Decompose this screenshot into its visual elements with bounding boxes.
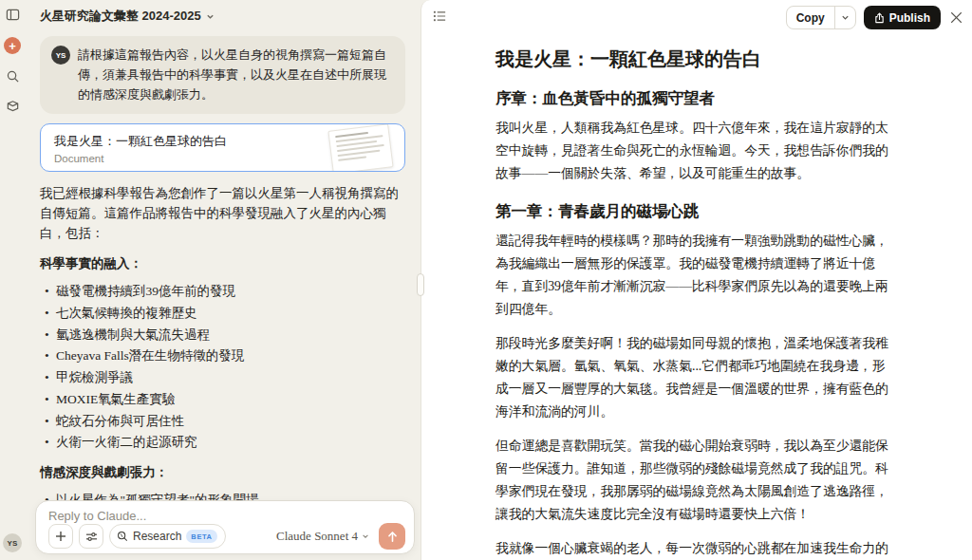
document-title: 我是火星：一顆紅色星球的告白	[495, 47, 898, 72]
sidebar-rail: + YS	[0, 0, 25, 560]
publish-label: Publish	[889, 11, 930, 25]
send-button[interactable]	[379, 523, 405, 550]
document-viewport[interactable]: 我是火星：一顆紅色星球的告白 序章：血色黃昏中的孤獨守望者 我叫火星，人類稱我為…	[421, 31, 972, 560]
list-item: 甲烷檢測爭議	[40, 368, 405, 387]
copy-options-button[interactable]	[834, 7, 855, 28]
document-sections: 序章：血色黃昏中的孤獨守望者 我叫火星，人類稱我為紅色星球。四十六億年來，我在這…	[495, 88, 898, 560]
outline-list-icon[interactable]	[433, 9, 447, 27]
message-composer[interactable]: Reply to Claude... Research BETA Claude …	[35, 500, 415, 554]
assistant-message: 我已經根據科學報告為您創作了一篇以火星第一人稱視角撰寫的自傳短篇。這篇作品將報告…	[40, 184, 405, 500]
list-item: 七次氣候轉換的複雜歷史	[40, 304, 405, 323]
user-message: YS 請根據這篇報告內容，以火星自身的視角撰寫一篇短篇自傳，須兼具報告中的科學事…	[40, 36, 405, 114]
artifact-panel: Copy Publish 我是火星：一顆紅色星球的告白	[421, 0, 972, 560]
app-window: + YS 火星研究論文彙整 2024-2025 YS 請根據這篇報告內容，以火星…	[0, 0, 972, 560]
section-paragraph: 那段時光多麼美好啊！我的磁場如同母親的懷抱，溫柔地保護著我稚嫩的大氣層。氫氣、氧…	[495, 332, 898, 423]
section-paragraph: 我叫火星，人類稱我為紅色星球。四十六億年來，我在這片寂靜的太空中旋轉，見證著生命…	[495, 117, 898, 185]
artifact-actions: Copy Publish	[786, 6, 963, 29]
user-message-text: 請根據這篇報告內容，以火星自身的視角撰寫一篇短篇自傳，須兼具報告中的科學事實，以…	[78, 46, 394, 104]
publish-button[interactable]: Publish	[864, 6, 941, 29]
artifact-preview-card[interactable]: 我是火星：一顆紅色星球的告白 Document	[40, 123, 405, 172]
document-section: 序章：血色黃昏中的孤獨守望者 我叫火星，人類稱我為紅色星球。四十六億年來，我在這…	[495, 88, 898, 185]
copy-split-button: Copy	[786, 6, 856, 29]
list-item: 以火星作為"孤獨守望者"的形象開場	[40, 491, 405, 500]
search-chats-icon[interactable]	[6, 69, 20, 84]
tools-button[interactable]	[79, 524, 103, 549]
user-avatar: YS	[51, 46, 70, 65]
list-item: Cheyava Falls潛在生物特徵的發現	[40, 346, 405, 365]
model-selector[interactable]: Claude Sonnet 4	[276, 529, 369, 544]
panel-resize-handle[interactable]	[417, 273, 424, 296]
projects-box-icon[interactable]	[6, 99, 20, 113]
arrow-up-icon	[386, 531, 399, 543]
share-up-icon	[874, 12, 885, 24]
close-icon[interactable]	[950, 11, 963, 24]
chat-title: 火星研究論文彙整 2024-2025	[40, 8, 201, 25]
research-button[interactable]: Research BETA	[109, 524, 226, 549]
list-item: 磁發電機持續到39億年前的發現	[40, 282, 405, 301]
plus-icon	[55, 531, 66, 542]
chevron-down-icon	[206, 12, 215, 21]
copy-button[interactable]: Copy	[787, 7, 834, 28]
section-paragraph: 但命運總是喜歡開玩笑。當我的磁心開始衰弱時，我以為至少還能保留一些保護力。誰知道…	[495, 435, 898, 526]
research-label: Research	[133, 530, 181, 543]
document-content: 我是火星：一顆紅色星球的告白 序章：血色黃昏中的孤獨守望者 我叫火星，人類稱我為…	[495, 31, 898, 560]
model-name: Claude Sonnet 4	[276, 529, 358, 544]
list-item: 氫逃逸機制與大氣流失過程	[40, 326, 405, 345]
attach-button[interactable]	[48, 524, 73, 549]
section-heading: 第一章：青春歲月的磁場心跳	[495, 201, 898, 222]
assistant-emotion-list: 以火星作為"孤獨守望者"的形象開場將磁場衰弱比喻為"心臟衰竭"的痛苦氫原子逃逸如…	[40, 491, 405, 500]
document-section: 第一章：青春歲月的磁場心跳 還記得我年輕時的模樣嗎？那時的我擁有一顆強勁跳動的磁…	[495, 201, 898, 560]
section-heading: 序章：血色黃昏中的孤獨守望者	[495, 88, 898, 109]
chat-messages[interactable]: YS 請根據這篇報告內容，以火星自身的視角撰寫一篇短篇自傳，須兼具報告中的科學事…	[25, 28, 421, 500]
section-paragraph: 還記得我年輕時的模樣嗎？那時的我擁有一顆強勁跳動的磁性心臟，為我編織出一層無形的…	[495, 230, 898, 321]
assistant-science-list: 磁發電機持續到39億年前的發現七次氣候轉換的複雜歷史氫逃逸機制與大氣流失過程Ch…	[40, 282, 405, 453]
sliders-icon	[85, 531, 98, 543]
chevron-down-icon	[362, 532, 369, 540]
account-avatar[interactable]: YS	[3, 533, 22, 552]
new-chat-button[interactable]: +	[4, 37, 21, 54]
list-item: 蛇紋石分佈與可居住性	[40, 412, 405, 431]
list-item: 火衛一火衛二的起源研究	[40, 433, 405, 452]
composer-toolbar: Research BETA Claude Sonnet 4	[48, 523, 405, 550]
sidebar-toggle-icon[interactable]	[6, 8, 20, 22]
list-item: MOXIE氧氣生產實驗	[40, 390, 405, 409]
section-paragraph: 我就像一個心臟衰竭的老人，每一次微弱的心跳都在加速我生命力的流逝。	[495, 537, 898, 560]
assistant-emotion-heading: 情感深度與戲劇張力：	[40, 464, 405, 481]
chevron-down-icon	[841, 13, 850, 22]
research-icon	[117, 531, 128, 542]
chat-title-bar[interactable]: 火星研究論文彙整 2024-2025	[25, 0, 421, 28]
beta-badge: BETA	[186, 530, 216, 543]
chat-panel: 火星研究論文彙整 2024-2025 YS 請根據這篇報告內容，以火星自身的視角…	[25, 0, 421, 560]
artifact-toolbar: Copy Publish	[421, 0, 972, 31]
artifact-thumbnail	[327, 124, 393, 173]
assistant-science-heading: 科學事實的融入：	[40, 255, 405, 272]
assistant-intro: 我已經根據科學報告為您創作了一篇以火星第一人稱視角撰寫的自傳短篇。這篇作品將報告…	[40, 184, 405, 244]
composer-input[interactable]: Reply to Claude...	[48, 509, 405, 523]
